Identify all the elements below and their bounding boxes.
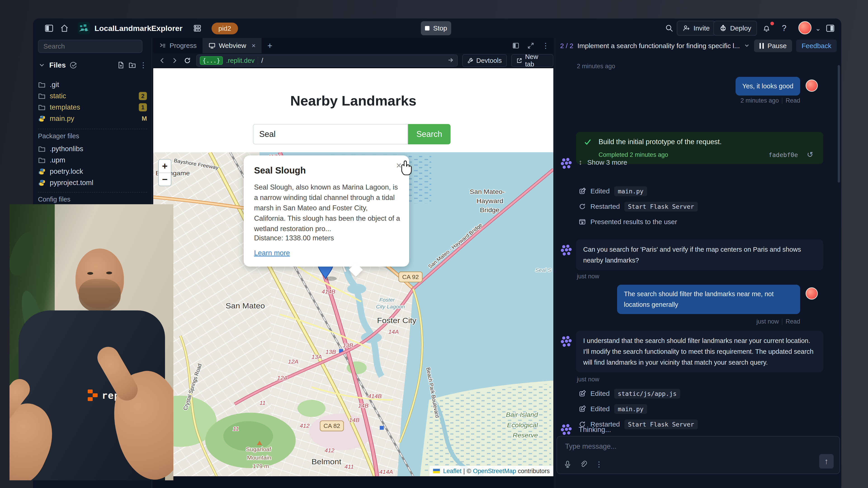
new-file-icon[interactable] bbox=[117, 61, 125, 69]
devtools-label: Devtools bbox=[476, 57, 502, 64]
zoom-out-button[interactable]: − bbox=[159, 173, 171, 186]
osm-link[interactable]: OpenStreetMap bbox=[473, 468, 516, 475]
landmark-search-form: Search bbox=[253, 124, 451, 144]
packager-files-header: Packager files bbox=[38, 132, 79, 140]
chat-scrollbar[interactable] bbox=[838, 65, 840, 183]
thinking-status: Thinking... bbox=[579, 426, 611, 434]
deploy-globe-icon bbox=[719, 24, 727, 32]
file-row-poetrylock[interactable]: poetry.lock bbox=[38, 166, 147, 177]
leaflet-map[interactable]: San Mateo Foster City Belmont Burlingame… bbox=[153, 152, 553, 476]
webview-url-bar: {...} .replit.dev / Devtools New tab bbox=[153, 53, 553, 68]
wrench-icon bbox=[467, 57, 473, 64]
folder-icon bbox=[38, 81, 46, 89]
attachment-paperclip-icon[interactable] bbox=[580, 460, 587, 468]
new-folder-icon[interactable] bbox=[128, 61, 136, 69]
map-label-belmont: Belmont bbox=[311, 457, 341, 466]
rollback-icon[interactable]: ↺ bbox=[807, 150, 813, 159]
left-panel-toggle-icon[interactable] bbox=[43, 22, 55, 34]
file-row-mainpy[interactable]: main.py M bbox=[38, 113, 147, 124]
action-edited[interactable]: Edited static/js/app.js bbox=[579, 388, 680, 399]
project-app-icon[interactable] bbox=[78, 22, 90, 34]
action-file-chip[interactable]: main.py bbox=[614, 404, 647, 414]
webcam-overlay: replit bbox=[9, 204, 174, 480]
show-more-button[interactable]: ↕ Show 3 more bbox=[579, 158, 627, 166]
pause-button[interactable]: Pause bbox=[754, 39, 792, 52]
webview-pane: Progress Webview × + ⋮ bbox=[153, 38, 553, 488]
landmark-search-input[interactable] bbox=[253, 124, 408, 144]
file-row-static[interactable]: static 2 bbox=[38, 90, 147, 102]
file-row-pythonlibs[interactable]: .pythonlibs bbox=[38, 143, 147, 155]
nav-back-icon[interactable] bbox=[158, 57, 166, 64]
map-label-bridge-1: San Mateo- bbox=[470, 188, 505, 195]
action-workflow-chip[interactable]: Start Flask Server bbox=[624, 202, 698, 212]
feedback-button[interactable]: Feedback bbox=[796, 39, 837, 52]
message-meta: 2 minutes ago Read bbox=[741, 97, 800, 104]
message-meta: just now Read bbox=[756, 318, 800, 325]
map-label-bair-2: Ecological bbox=[507, 421, 538, 428]
invite-button[interactable]: Invite bbox=[677, 21, 716, 36]
action-verb: Edited bbox=[590, 405, 610, 413]
expand-pane-icon[interactable] bbox=[527, 42, 534, 49]
edit-icon bbox=[579, 390, 586, 397]
url-input[interactable]: {...} .replit.dev / bbox=[196, 55, 458, 67]
microphone-icon[interactable] bbox=[564, 460, 571, 468]
exit-label: 414B bbox=[368, 393, 382, 399]
file-row-git[interactable]: .git bbox=[38, 79, 147, 90]
popup-learn-more-link[interactable]: Learn more bbox=[254, 249, 290, 257]
nav-forward-icon[interactable] bbox=[171, 57, 179, 64]
send-button[interactable]: ↑ bbox=[819, 454, 834, 468]
account-chevron-icon[interactable]: ⌄ bbox=[812, 22, 824, 34]
files-menu-kebab-icon[interactable]: ⋮ bbox=[140, 61, 147, 69]
action-workflow-chip[interactable]: Start Flask Server bbox=[624, 420, 698, 429]
tab-webview[interactable]: Webview × bbox=[203, 38, 261, 53]
present-icon bbox=[579, 218, 586, 225]
file-row-upm[interactable]: .upm bbox=[38, 155, 147, 166]
restart-icon bbox=[579, 203, 586, 210]
help-icon[interactable]: ? bbox=[778, 22, 790, 34]
deploy-label: Deploy bbox=[730, 24, 751, 32]
nav-reload-icon[interactable] bbox=[184, 57, 191, 64]
search-icon[interactable] bbox=[663, 22, 675, 34]
right-panel-toggle-icon[interactable] bbox=[824, 22, 836, 34]
folder-icon bbox=[38, 156, 46, 164]
files-header[interactable]: Files ⋮ bbox=[38, 59, 147, 71]
file-row-templates[interactable]: templates 1 bbox=[38, 102, 147, 113]
stop-button[interactable]: Stop bbox=[421, 21, 451, 35]
tab-progress[interactable]: Progress bbox=[153, 38, 203, 53]
person-beard bbox=[79, 279, 121, 313]
new-tab-button[interactable]: New tab bbox=[511, 54, 553, 67]
change-count-badge: 1 bbox=[139, 103, 147, 111]
input-menu-kebab-icon[interactable]: ⋮ bbox=[595, 460, 602, 468]
action-edited[interactable]: Edited main.py bbox=[579, 403, 647, 415]
action-presented[interactable]: Presented results to the user bbox=[579, 216, 677, 228]
deploy-button[interactable]: Deploy bbox=[713, 21, 757, 36]
action-restarted[interactable]: Restarted Start Flask Server bbox=[579, 201, 698, 213]
files-header-label: Files bbox=[49, 61, 66, 69]
close-tab-icon[interactable]: × bbox=[252, 42, 256, 50]
sidebar-search-input[interactable] bbox=[38, 40, 143, 53]
action-file-chip[interactable]: main.py bbox=[614, 186, 647, 196]
action-file-chip[interactable]: static/js/app.js bbox=[614, 389, 680, 398]
task-chevron-icon[interactable] bbox=[744, 42, 750, 49]
zoom-in-button[interactable]: + bbox=[159, 160, 171, 173]
project-title[interactable]: LocalLandmarkExplorer bbox=[94, 24, 182, 33]
tab-label: Webview bbox=[219, 42, 246, 50]
user-avatar[interactable] bbox=[798, 21, 811, 34]
landmark-search-button[interactable]: Search bbox=[408, 124, 451, 144]
action-edited[interactable]: Edited main.py bbox=[579, 185, 647, 197]
agent-task-title[interactable]: Implement a search functionality for fin… bbox=[577, 42, 740, 50]
pid-badge[interactable]: pid2 bbox=[212, 23, 238, 34]
leaflet-link[interactable]: Leaflet bbox=[443, 468, 461, 475]
home-icon[interactable] bbox=[58, 22, 70, 34]
chat-input-box[interactable]: Type message... ⋮ ↑ bbox=[557, 436, 840, 474]
server-icon[interactable] bbox=[191, 22, 204, 34]
pane-menu-kebab-icon[interactable]: ⋮ bbox=[542, 41, 549, 50]
progress-icon bbox=[159, 42, 166, 49]
devtools-button[interactable]: Devtools bbox=[462, 54, 507, 67]
checkpoint-hash: fadebf0e bbox=[769, 151, 798, 158]
url-go-icon[interactable] bbox=[447, 57, 454, 64]
split-pane-icon[interactable] bbox=[512, 42, 520, 49]
folder-icon bbox=[38, 145, 46, 153]
file-row-pyproject[interactable]: pyproject.toml bbox=[38, 177, 147, 188]
new-pane-tab-icon[interactable]: + bbox=[261, 38, 278, 53]
